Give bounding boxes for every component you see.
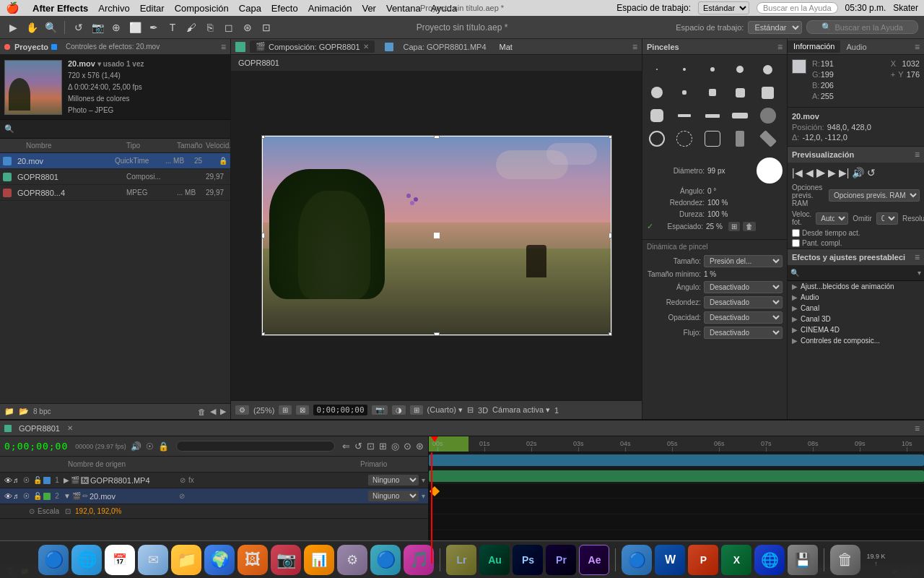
toolbar-clone-tool[interactable]: ⎘	[203, 20, 217, 35]
toolbar-eraser-tool[interactable]: ◻	[222, 20, 236, 35]
file-item-3[interactable]: GOPR880...4 MPEG ... MB 29,97	[0, 185, 230, 201]
brush-19[interactable]	[647, 82, 667, 103]
dock-photo[interactable]: 🔵	[370, 545, 401, 575]
tl-layer-row-2[interactable]: 👁 ♬ ☉ 🔓 2 ▼ 🎬 ✏ 20.mov ⊘ Ninguno ▾	[0, 488, 428, 504]
handle-tl[interactable]	[261, 135, 265, 139]
from-start-check[interactable]: Desde tiempo act.	[792, 229, 920, 237]
zoom-display[interactable]: (25%)	[253, 406, 274, 415]
dock-storage[interactable]: 💾	[788, 545, 818, 575]
comp-tab-close[interactable]: ✕	[363, 43, 369, 51]
tl-layer-2-expand[interactable]: ▼	[64, 492, 71, 500]
dock-audition[interactable]: Au	[479, 545, 510, 575]
toolbar-hand-tool[interactable]: ✋	[25, 20, 39, 35]
tl-layer-1-solo[interactable]: ☉	[23, 476, 33, 484]
spacing-options-btn[interactable]: ⊞	[728, 222, 740, 231]
dock-chrome[interactable]: 🌍	[204, 545, 235, 575]
brush-17[interactable]	[758, 82, 778, 103]
tl-layer-row-1[interactable]: 👁 ♬ ☉ 🔓 1 ▶ 🎬 fx GOPR8801.MP4 ⊘ fx Ningu…	[0, 473, 428, 488]
info-tab-info[interactable]: Información	[788, 40, 840, 53]
tl-tool-4[interactable]: ⊞	[379, 441, 387, 452]
dock-mail[interactable]: ✉	[138, 545, 168, 575]
dock-prefs[interactable]: ⚙	[337, 545, 367, 575]
effect-item-5[interactable]: ▶ CINEMA 4D	[788, 324, 924, 335]
brush-300[interactable]	[702, 129, 723, 149]
project-panel-menu[interactable]: ≡	[221, 42, 226, 52]
composition-canvas[interactable]	[231, 71, 642, 400]
effect-item-4[interactable]: ▶ Canal 3D	[788, 314, 924, 324]
effect-item-3[interactable]: ▶ Canal	[788, 303, 924, 314]
preview-menu[interactable]: ≡	[915, 150, 920, 160]
brush-100[interactable]	[647, 129, 667, 149]
tl-tool-1[interactable]: ⇐	[342, 441, 350, 452]
tl-audio-icon[interactable]: 🔊	[131, 441, 141, 452]
tl-layer-2-audio[interactable]: ♬	[13, 492, 23, 500]
help-search[interactable]: Buscar en la Ayuda	[757, 2, 838, 14]
toolbar-zoom-tool[interactable]: 🔍	[43, 20, 58, 35]
brush-1[interactable]	[647, 59, 667, 79]
menu-composicion[interactable]: Composición	[175, 3, 229, 14]
dock-photoshop[interactable]: Ps	[513, 545, 543, 575]
brush-9[interactable]	[730, 59, 750, 79]
tl-layer-1-dropdown[interactable]: ▾	[422, 476, 425, 484]
dock-excel[interactable]: X	[721, 545, 751, 575]
tl-tool-6[interactable]: ⊙	[404, 441, 411, 452]
toolbar-anchor-tool[interactable]: ⊕	[109, 20, 123, 35]
preview-prev-frame[interactable]: ◀	[806, 167, 814, 178]
brush-45[interactable]	[730, 105, 750, 126]
preview-play[interactable]: ▶	[816, 165, 825, 179]
dock-aftereffects[interactable]: Ae	[579, 545, 609, 575]
brush-size-dropdown[interactable]: Presión del...	[704, 255, 783, 267]
effect-item-2[interactable]: ▶ Audio	[788, 292, 924, 303]
dock-word[interactable]: W	[655, 545, 685, 575]
tl-layer-1-expand[interactable]: ▶	[64, 476, 69, 484]
effects-menu[interactable]: ≡	[915, 252, 920, 262]
brush-5b[interactable]	[674, 82, 694, 103]
preview-first[interactable]: |◀	[792, 167, 803, 178]
brush-65[interactable]	[758, 105, 778, 126]
dock-camera[interactable]: 📷	[271, 545, 301, 575]
quality-dropdown-wrap[interactable]: (Cuarto) ▾	[427, 405, 463, 415]
full-screen-check[interactable]: Pant. compl.	[792, 239, 920, 247]
menu-ventana[interactable]: Ventana	[386, 3, 421, 14]
brush-27[interactable]	[674, 105, 694, 126]
dock-network[interactable]: 🌐	[754, 545, 785, 575]
tl-layer-1-lock[interactable]: 🔓	[33, 476, 43, 484]
menu-editar[interactable]: Editar	[140, 3, 165, 14]
tl-tool-5[interactable]: ◎	[391, 441, 399, 452]
file-item-2[interactable]: GOPR8801 Composi... 29,97	[0, 169, 230, 185]
effects-search-input[interactable]	[801, 269, 918, 277]
brush-5[interactable]	[702, 59, 723, 79]
tl-layer-2-name[interactable]: 20.mov	[90, 492, 176, 501]
spacing-check[interactable]: ✓	[647, 222, 653, 231]
brush-35[interactable]	[702, 105, 723, 126]
dock-powerpoint[interactable]: P	[688, 545, 718, 575]
info-panel-menu[interactable]: ≡	[910, 42, 924, 52]
tl-tool-2[interactable]: ↺	[354, 441, 362, 452]
help-search-toolbar[interactable]: 🔍 Buscar en la Ayuda	[806, 20, 918, 34]
tl-solo-icon[interactable]: ☉	[146, 441, 154, 452]
tl-track-1-bar[interactable]	[429, 454, 924, 466]
preview-last[interactable]: ▶|	[839, 167, 850, 178]
tl-search-input[interactable]	[176, 441, 335, 452]
tl-layer-2-mode[interactable]: Ninguno	[368, 491, 419, 501]
tl-layer-1-name[interactable]: GOPR8801.MP4	[90, 476, 177, 485]
preview-fps-select[interactable]: Autom.	[816, 212, 848, 225]
preview-next-frame[interactable]: ▶	[828, 167, 836, 178]
show-channel-btn[interactable]: ◑	[392, 405, 406, 415]
tl-tool-7[interactable]: ⊛	[416, 441, 424, 452]
comp-pixel-btn[interactable]: ⊠	[296, 405, 309, 415]
effect-item-6[interactable]: ▶ Controles de composic...	[788, 335, 924, 346]
handle-tr[interactable]	[609, 135, 612, 139]
timeline-close[interactable]: ✕	[67, 424, 73, 432]
brush-21[interactable]	[647, 105, 667, 126]
brush-9b[interactable]	[702, 82, 723, 103]
dock-preview[interactable]: 🖼	[237, 545, 268, 575]
dock-finder-2[interactable]: 🔵	[622, 545, 652, 575]
project-search-input[interactable]	[17, 125, 226, 134]
preview-options-select[interactable]: Opciones previs. RAM	[829, 189, 920, 202]
timecode-display[interactable]: 0;00;00;00	[313, 405, 367, 415]
handle-br[interactable]	[609, 332, 612, 336]
import-icon[interactable]: 📂	[19, 407, 29, 416]
toolbar-brush-tool[interactable]: 🖌	[184, 20, 199, 35]
brush-angle-dropdown[interactable]: Desactivado	[704, 281, 783, 293]
